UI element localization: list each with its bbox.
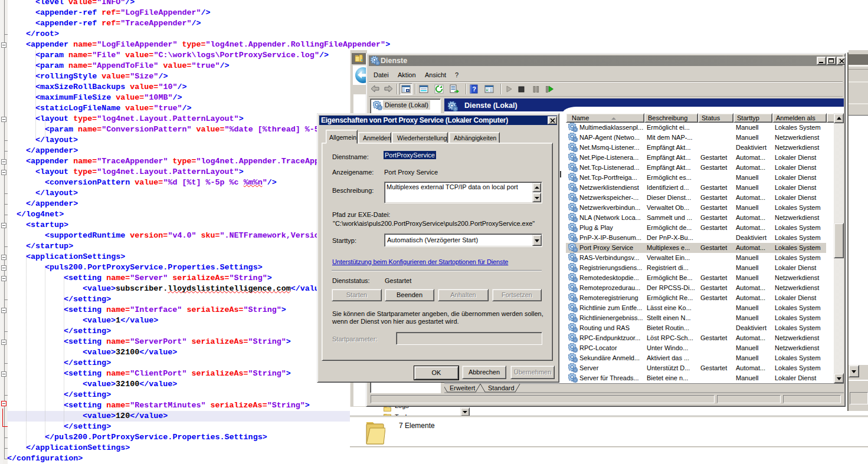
svg-text:?: ? bbox=[472, 85, 476, 93]
